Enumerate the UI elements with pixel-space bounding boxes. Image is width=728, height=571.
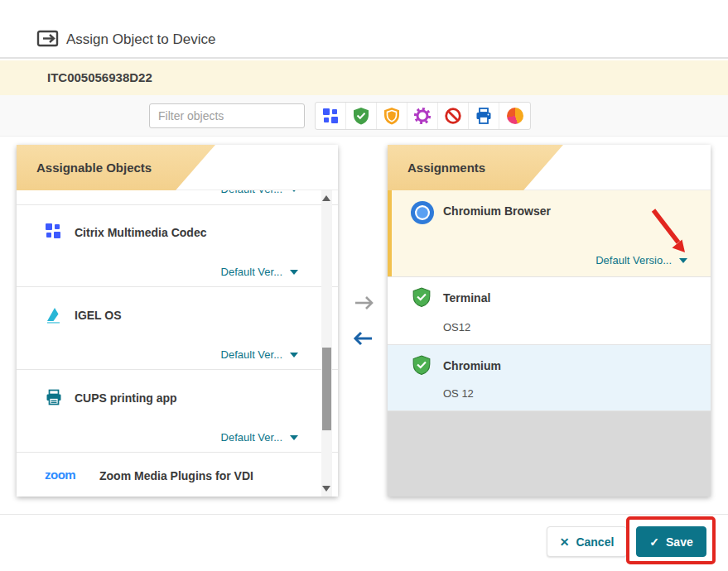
assignment-label: Chromium: [443, 359, 501, 372]
chevron-down-icon: [290, 435, 298, 440]
citrix-codec-icon: [45, 223, 61, 242]
assignable-objects-panel: Default Ver... Assignable Objects Citrix…: [17, 145, 338, 497]
left-list-scrollbar[interactable]: [321, 190, 332, 497]
scroll-down-icon[interactable]: [322, 486, 330, 492]
cups-printer-icon: [45, 388, 63, 410]
assignment-terminal[interactable]: Terminal OS12: [388, 277, 711, 345]
assignments-header: Assignments: [388, 145, 711, 190]
version-dropdown[interactable]: Default Ver...: [221, 431, 298, 444]
assign-right-arrow-button[interactable]: [353, 294, 376, 315]
list-item-igel-os[interactable]: IGEL OS Default Ver...: [17, 287, 338, 370]
assignment-os: OS 12: [443, 387, 474, 400]
assignments-panel: Assignments Chromium Browser Default Ver…: [388, 145, 711, 497]
close-icon: ✕: [560, 535, 570, 549]
assignable-objects-title: Assignable Objects: [36, 161, 152, 175]
version-dropdown[interactable]: Default Ver...: [221, 348, 298, 361]
profile-shield-icon: [412, 287, 431, 310]
profile-shield-orange-icon[interactable]: [377, 103, 407, 129]
check-icon: ✓: [649, 535, 659, 549]
dialog-header: Assign Object to Device: [0, 0, 728, 59]
list-item-zoom-media-plugins[interactable]: zoom Zoom Media Plugins for VDI: [17, 453, 338, 497]
assignable-objects-header: Assignable Objects: [17, 145, 338, 190]
chevron-down-icon: [290, 270, 298, 275]
object-type-filter-group: [315, 102, 531, 130]
printer-blue-icon[interactable]: [469, 103, 499, 129]
unassign-left-arrow-button[interactable]: [351, 329, 374, 351]
assignment-os: OS12: [443, 321, 470, 333]
apps-icon[interactable]: [316, 103, 346, 129]
chromium-browser-icon: [410, 200, 435, 228]
list-item-cups-printing-app[interactable]: CUPS printing app Default Ver...: [17, 370, 338, 453]
profile-shield-green-icon[interactable]: [346, 103, 377, 129]
zoom-logo: zoom: [45, 468, 75, 482]
assign-device-icon: [36, 28, 60, 52]
list-item-citrix-multimedia-codec[interactable]: Citrix Multimedia Codec Default Ver...: [17, 204, 338, 287]
object-label: Citrix Multimedia Codec: [75, 226, 206, 239]
profile-shield-icon: [412, 355, 431, 378]
assignment-chromium-browser[interactable]: Chromium Browser Default Versio...: [388, 190, 711, 277]
row-divider: [17, 204, 338, 205]
scrollbar-thumb[interactable]: [322, 348, 331, 430]
object-label: Zoom Media Plugins for VDI: [99, 469, 253, 482]
object-label: CUPS printing app: [75, 391, 177, 405]
device-id: ITC005056938D22: [47, 60, 152, 95]
files-wheel-icon[interactable]: [499, 103, 530, 129]
highlight-accent-bar: [388, 190, 392, 276]
assignments-tab: Assignments: [388, 145, 563, 190]
cancel-button-label: Cancel: [576, 535, 614, 549]
version-label: Default Ver...: [221, 431, 282, 444]
assignment-chromium[interactable]: Chromium OS 12: [388, 345, 711, 411]
cancel-button[interactable]: ✕ Cancel: [547, 526, 627, 557]
master-profile-icon[interactable]: [438, 103, 469, 129]
assignment-version-dropdown[interactable]: Default Versio...: [595, 254, 687, 266]
assignment-label: Terminal: [443, 291, 490, 305]
empty-area: [388, 411, 711, 497]
device-bar: ITC005056938D22: [0, 60, 728, 95]
version-label: Default Ver...: [221, 266, 282, 278]
dialog-title: Assign Object to Device: [66, 31, 215, 48]
object-label: IGEL OS: [75, 309, 122, 322]
save-button-label: Save: [666, 535, 693, 549]
assignment-label: Chromium Browser: [443, 204, 551, 218]
igel-os-icon: [45, 305, 63, 327]
chevron-down-icon: [290, 353, 298, 357]
version-label: Default Versio...: [595, 254, 672, 266]
filter-toolbar: [0, 95, 728, 137]
chevron-down-icon: [679, 258, 687, 263]
scroll-up-icon[interactable]: [322, 195, 330, 201]
save-button[interactable]: ✓ Save: [636, 526, 706, 557]
filter-objects-input[interactable]: [149, 103, 305, 128]
dialog-footer: ✕ Cancel ✓ Save: [0, 514, 728, 571]
firmware-customization-gear-icon[interactable]: [407, 103, 438, 129]
version-label: Default Ver...: [221, 348, 282, 361]
assignable-objects-tab: Assignable Objects: [17, 145, 215, 190]
assignments-title: Assignments: [407, 161, 485, 175]
assign-object-dialog: Assign Object to Device ITC005056938D22: [0, 0, 728, 571]
color-wheel-glyph: [507, 108, 523, 124]
version-dropdown[interactable]: Default Ver...: [221, 266, 298, 278]
